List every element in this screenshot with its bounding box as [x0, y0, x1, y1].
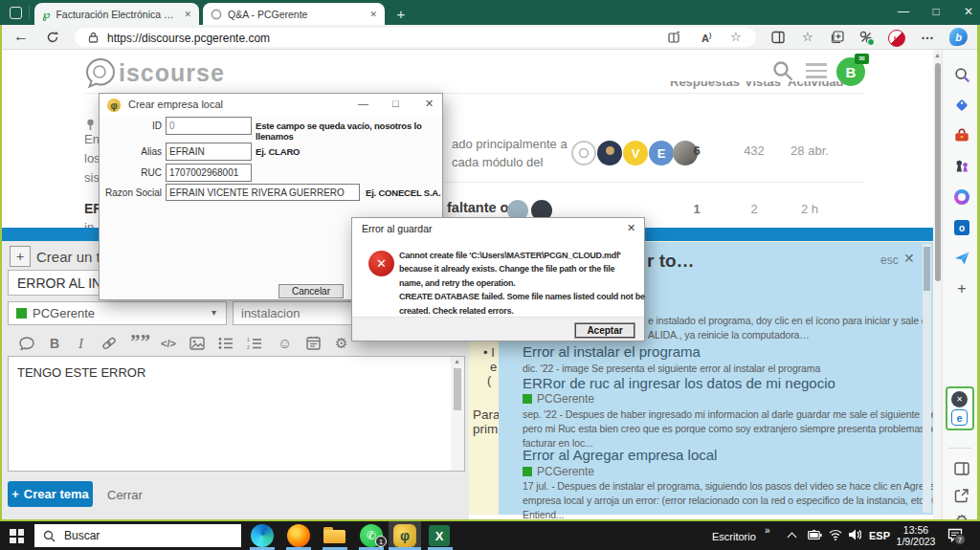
scrollbar-thumb[interactable]	[924, 247, 930, 291]
tray-show-hidden-icon[interactable]	[788, 533, 797, 542]
similar-topic-title[interactable]: Error al Agregar empresa local	[523, 447, 717, 463]
taskbar-pcgerente-cell[interactable]: φ	[389, 521, 421, 550]
composer-body-textarea[interactable]: TENGO ESTE ERROR	[8, 356, 465, 472]
poster-avatar[interactable]: V	[623, 141, 648, 165]
window-minimize-button[interactable]: —	[888, 0, 919, 23]
category-select[interactable]: PCGerente ▾	[8, 301, 227, 325]
discourse-logo[interactable]: iscourse	[84, 55, 225, 90]
favorite-star-icon[interactable]: ☆	[730, 30, 742, 44]
dialog-title-bar[interactable]: φ Crear empresa local — □ ✕	[100, 94, 442, 117]
panel-scrollbar[interactable]	[923, 244, 931, 513]
tab-facturacion[interactable]: ℘ Facturación Electrónica Gratis – P ✕	[34, 3, 199, 25]
ldu-extension-icon[interactable]: U	[888, 30, 905, 47]
favorites-bar-icon[interactable]: ☆	[802, 30, 813, 44]
sidebar-search-icon[interactable]	[952, 65, 971, 84]
taskbar-edge-icon[interactable]	[251, 524, 274, 547]
pinned-close-app-icon[interactable]: ✕	[951, 391, 968, 407]
browser-essentials-icon[interactable]	[859, 31, 873, 44]
toolbar-more-icon[interactable]: …	[921, 27, 934, 42]
code-icon[interactable]: </>	[161, 338, 176, 349]
address-bar[interactable]: https://discourse.pcgerente.com A) ☆	[75, 28, 756, 47]
similar-topic-title[interactable]: ERRor de ruc al ingresar los datos de mi…	[523, 375, 835, 391]
category-badge[interactable]: PCGerente	[523, 465, 594, 478]
split-screen-icon[interactable]	[668, 32, 680, 44]
dialog-close-icon[interactable]: ✕	[627, 222, 635, 234]
language-indicator[interactable]: ESP	[869, 530, 890, 541]
calendar-icon[interactable]	[306, 336, 321, 350]
dialog-maximize-icon[interactable]: □	[392, 98, 399, 109]
tab-close-icon[interactable]: ✕	[184, 10, 191, 19]
new-tab-button[interactable]: +	[390, 3, 412, 24]
tab-qa-pcgerente[interactable]: Q&A - PCGerente ✕	[203, 3, 385, 25]
scrollbar-thumb[interactable]	[935, 63, 941, 281]
poster-avatar[interactable]	[597, 141, 622, 165]
column-views[interactable]: Vistas	[745, 81, 781, 89]
search-icon[interactable]	[771, 59, 794, 82]
activity-date[interactable]: 2 h	[783, 202, 836, 216]
collections-icon[interactable]	[831, 31, 844, 44]
razon-social-field[interactable]	[166, 184, 360, 201]
wifi-icon[interactable]	[829, 529, 842, 540]
blockquote-icon[interactable]: ””	[130, 330, 150, 354]
action-center-icon[interactable]: 7	[947, 528, 963, 542]
numbered-list-icon[interactable]: 12	[247, 337, 262, 350]
tab-actions-icon[interactable]	[10, 7, 22, 19]
activity-date[interactable]: 28 abr.	[783, 143, 836, 158]
window-close-button[interactable]: ✕	[953, 0, 980, 23]
window-restore-button[interactable]: □	[921, 0, 951, 23]
close-composer-link[interactable]: Cerrar	[107, 488, 143, 502]
clock[interactable]: 13:56 1/9/2023	[894, 524, 938, 547]
ruc-field[interactable]	[166, 164, 252, 182]
id-field[interactable]	[166, 117, 252, 135]
link-icon[interactable]	[101, 337, 117, 350]
aceptar-button[interactable]: Aceptar	[575, 323, 635, 338]
sidebar-m365-icon[interactable]	[952, 187, 971, 207]
tab-close-icon[interactable]: ✕	[369, 10, 377, 19]
options-gear-icon[interactable]: ⚙	[335, 335, 347, 352]
sidebar-games-icon[interactable]	[952, 157, 971, 176]
scrollbar-thumb[interactable]	[454, 368, 461, 410]
sidebar-toggle-icon[interactable]	[771, 31, 785, 44]
bullet-list-icon[interactable]	[218, 337, 234, 350]
sidebar-add-icon[interactable]: +	[952, 279, 971, 298]
start-button[interactable]	[10, 529, 24, 543]
dialog-close-icon[interactable]: ✕	[425, 98, 434, 110]
sidebar-drop-icon[interactable]	[952, 249, 971, 268]
emoji-icon[interactable]: ☺	[278, 335, 292, 351]
replies-count[interactable]: 6	[683, 143, 710, 158]
copilot-icon[interactable]: b	[949, 28, 968, 46]
page-scrollbar[interactable]: ▲	[933, 50, 942, 519]
poster-avatar[interactable]: E	[649, 141, 674, 165]
dialog-title-bar[interactable]: Error al guardar ✕	[352, 218, 644, 239]
category-badge[interactable]: PCGerente	[523, 392, 594, 406]
pinned-e-app-icon[interactable]: e	[951, 409, 968, 426]
taskbar-search-box[interactable]: Buscar	[34, 524, 241, 547]
quote-post-icon[interactable]	[19, 337, 34, 350]
volume-icon[interactable]	[848, 529, 861, 540]
dialog-minimize-icon[interactable]: —	[358, 98, 368, 109]
toolbar-expand-icon[interactable]: »	[765, 525, 770, 536]
scroll-up-arrow[interactable]: ▲	[934, 52, 941, 58]
hamburger-menu-icon[interactable]	[806, 63, 827, 78]
refresh-icon[interactable]	[46, 31, 59, 44]
scroll-up-arrow[interactable]: ▲	[454, 358, 460, 364]
column-replies[interactable]: Respuestas	[670, 81, 740, 89]
battery-icon[interactable]	[808, 530, 822, 540]
sidebar-outlook-icon[interactable]: o	[952, 218, 971, 237]
italic-icon[interactable]: I	[78, 336, 83, 352]
cancelar-button[interactable]: Cancelar	[278, 284, 344, 298]
taskbar-explorer-icon[interactable]	[323, 527, 345, 543]
replies-count[interactable]: 1	[683, 202, 710, 216]
url-text[interactable]: https://discourse.pcgerente.com	[107, 32, 270, 45]
desktop-toolbar-label[interactable]: Escritorio	[712, 531, 756, 542]
poster-avatar[interactable]	[571, 141, 596, 165]
sidebar-panel-icon[interactable]	[952, 459, 971, 478]
alias-field[interactable]	[166, 143, 252, 161]
read-aloud-icon[interactable]: A)	[702, 32, 711, 44]
sidebar-shopping-icon[interactable]	[952, 96, 971, 115]
close-panel-icon[interactable]: ✕	[903, 251, 915, 266]
sidebar-tools-icon[interactable]	[952, 126, 971, 145]
image-upload-icon[interactable]	[189, 337, 205, 350]
taskbar-firefox-icon[interactable]	[287, 524, 310, 547]
textarea-scrollbar[interactable]: ▲	[451, 357, 464, 471]
